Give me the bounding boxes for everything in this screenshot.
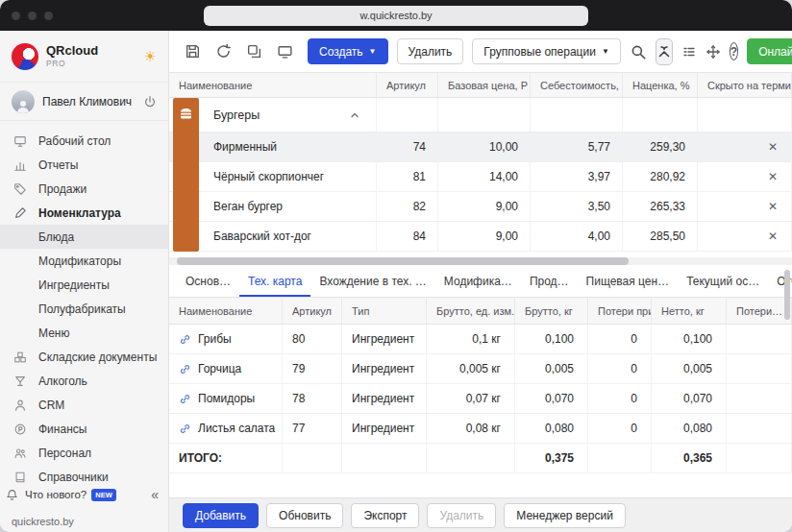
dish-name: Чёрный скорпиончег <box>169 162 377 191</box>
column-header-sku[interactable]: Артикул <box>377 73 438 97</box>
link-icon[interactable] <box>179 393 191 405</box>
ingredient-name: Горчица <box>198 362 241 375</box>
new-badge: NEW <box>91 489 116 501</box>
sidebar-item-label: Отчеты <box>38 158 78 172</box>
export-button[interactable]: Экспорт <box>351 503 419 528</box>
sidebar-item-sales[interactable]: Продажи <box>0 177 168 201</box>
version-manager-button[interactable]: Менеджер версий <box>504 503 626 528</box>
column-header-name[interactable]: Наименование <box>169 73 377 97</box>
brand-header: QRcloud PRO ☀ <box>0 31 168 83</box>
table-row[interactable]: Помидоры 78 Ингредиент 0,07 кг 0,070 0 0… <box>169 384 792 414</box>
tab-modifiers[interactable]: Модифика… <box>435 265 521 297</box>
help-icon[interactable]: ? <box>730 42 738 60</box>
tab-tech-inclusion[interactable]: Вхождение в тех. … <box>310 265 434 297</box>
link-icon[interactable] <box>179 363 191 375</box>
sidebar-item-menu[interactable]: Меню <box>0 321 168 345</box>
save-icon[interactable] <box>185 43 201 60</box>
user-row[interactable]: Павел Климович <box>0 83 168 121</box>
list-view-icon[interactable] <box>681 44 697 60</box>
column-header-type[interactable]: Тип <box>342 298 427 324</box>
hidden-toggle-icon[interactable]: ✕ <box>698 133 792 161</box>
vertical-scrollbar-thumb[interactable] <box>784 270 790 320</box>
dish-sku: 81 <box>377 162 438 191</box>
link-icon[interactable] <box>179 333 191 346</box>
refresh-icon[interactable] <box>215 43 232 60</box>
sidebar-item-alcohol[interactable]: Алкоголь <box>0 369 168 393</box>
column-header-name[interactable]: Наименование <box>169 298 283 324</box>
logout-power-icon[interactable] <box>143 95 157 109</box>
sidebar-item-modifiers[interactable]: Модификаторы <box>0 249 168 273</box>
add-button[interactable]: Добавить <box>183 503 259 528</box>
group-name: Бургеры <box>213 109 260 122</box>
column-header-loss2[interactable]: Потери… <box>727 298 792 324</box>
online-chat-button[interactable]: Онлайн-чат <box>747 38 792 64</box>
totals-gross-kg: 0,375 <box>515 444 588 472</box>
theme-sun-icon[interactable]: ☀ <box>144 49 157 63</box>
sidebar-item-reports[interactable]: Отчеты <box>0 153 168 177</box>
table-row[interactable]: Баварский хот-дог 84 9,00 4,00 285,50 ✕ <box>169 222 792 252</box>
table-row[interactable]: Веган бургер 82 9,00 3,50 265,33 ✕ <box>169 192 792 222</box>
group-row-burgers[interactable]: Бургеры <box>169 98 792 133</box>
tab-sales[interactable]: Прод… <box>521 265 578 297</box>
dish-cost: 4,00 <box>531 222 623 251</box>
create-button[interactable]: Создать▼ <box>308 38 388 64</box>
column-header-net-kg[interactable]: Нетто, кг <box>652 298 727 324</box>
whats-new-link[interactable]: Что нового? NEW « <box>0 484 168 505</box>
delete-row-button[interactable]: Удалить <box>427 503 496 528</box>
column-header-markup[interactable]: Наценка, % <box>623 73 698 97</box>
sidebar-footer-link[interactable]: quickresto.by <box>12 516 74 527</box>
group-operations-dropdown[interactable]: Групповые операции▼ <box>472 38 620 64</box>
sidebar-item-dishes[interactable]: Блюда <box>0 225 168 249</box>
window-zoom-button[interactable] <box>44 12 53 20</box>
gross-unit: 0,005 кг <box>427 354 515 383</box>
collapse-chevron-up-icon[interactable] <box>349 109 360 121</box>
ingredient-name: Помидоры <box>198 392 255 405</box>
column-header-gross-unit[interactable]: Брутто, ед. изм. <box>427 298 515 324</box>
sidebar-item-semifinished[interactable]: Полуфабрикаты <box>0 297 168 321</box>
hidden-toggle-icon[interactable]: ✕ <box>698 192 792 221</box>
sidebar-item-label: CRM <box>38 399 64 412</box>
column-header-hidden[interactable]: Скрыто на терми <box>698 73 792 97</box>
table-row[interactable]: Листья салата 77 Ингредиент 0,08 кг 0,08… <box>169 414 792 444</box>
column-header-gross-kg[interactable]: Брутто, кг <box>515 298 588 324</box>
ingredient-sku: 77 <box>283 414 342 443</box>
window-minimize-button[interactable] <box>28 12 37 20</box>
move-arrows-icon[interactable] <box>705 44 721 60</box>
tab-tech-card[interactable]: Тех. карта <box>239 265 310 297</box>
terminal-display-icon[interactable] <box>277 43 293 60</box>
tab-current-stock[interactable]: Текущий ос… <box>678 265 768 297</box>
sidebar-item-nomenclature[interactable]: Номенклатура <box>0 201 168 225</box>
customize-tools-icon[interactable] <box>656 38 673 65</box>
sidebar-item-crm[interactable]: CRM <box>0 393 168 417</box>
table-row[interactable]: Чёрный скорпиончег 81 14,00 3,97 280,92 … <box>169 162 792 192</box>
table-row[interactable]: Горчица 79 Ингредиент 0,005 кг 0,005 0 0… <box>169 354 792 384</box>
sidebar-item-label: Рабочий стол <box>38 134 111 148</box>
table-row[interactable]: Фирменный 74 10,00 5,77 259,30 ✕ <box>169 133 792 162</box>
link-icon[interactable] <box>179 423 191 435</box>
tab-nutrition[interactable]: Пищевая цен… <box>578 265 679 297</box>
refresh-button[interactable]: Обновить <box>266 503 343 528</box>
sidebar-item-ingredients[interactable]: Ингредиенты <box>0 273 168 297</box>
hidden-toggle-icon[interactable]: ✕ <box>698 162 792 191</box>
dish-price: 14,00 <box>438 162 531 191</box>
address-bar[interactable]: w.quickresto.by <box>204 6 588 26</box>
tab-main[interactable]: Основ… <box>177 265 239 297</box>
dish-markup: 285,50 <box>623 222 698 251</box>
copy-icon[interactable] <box>246 43 262 60</box>
search-icon[interactable] <box>630 43 647 60</box>
column-header-sku[interactable]: Артикул <box>283 298 342 324</box>
sidebar-collapse-icon[interactable]: « <box>151 488 159 501</box>
sidebar-item-staff[interactable]: Персонал <box>0 441 168 465</box>
window-close-button[interactable] <box>12 12 20 20</box>
column-header-loss[interactable]: Потери при… <box>588 298 652 324</box>
horizontal-scrollbar-thumb[interactable] <box>177 257 629 265</box>
column-header-cost[interactable]: Себестоимость, Р <box>531 73 623 97</box>
delete-button-label: Удалить <box>408 45 453 59</box>
column-header-price[interactable]: Базовая цена, Р <box>438 73 531 97</box>
hidden-toggle-icon[interactable]: ✕ <box>698 222 792 251</box>
sidebar-item-desktop[interactable]: Рабочий стол <box>0 129 168 153</box>
sidebar-item-warehouse-docs[interactable]: Складские документы <box>0 345 168 369</box>
sidebar-item-finance[interactable]: Финансы <box>0 417 168 441</box>
delete-button[interactable]: Удалить <box>397 38 464 64</box>
table-row[interactable]: Грибы 80 Ингредиент 0,1 кг 0,100 0 0,100 <box>169 325 792 354</box>
